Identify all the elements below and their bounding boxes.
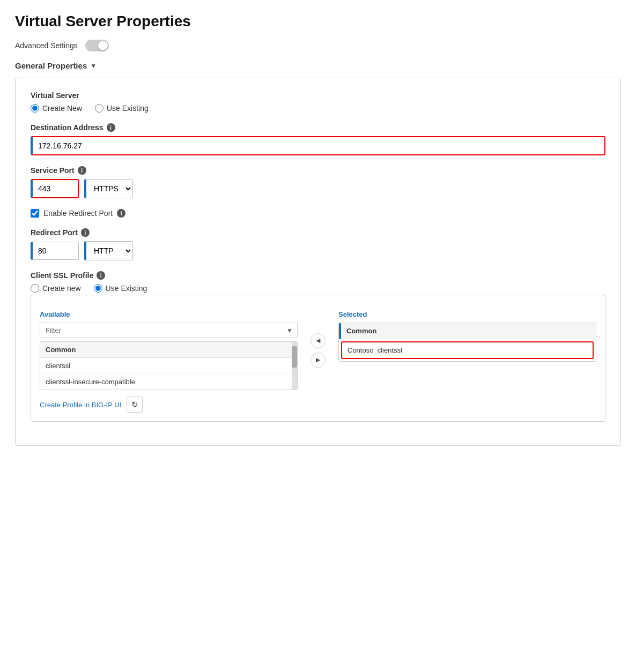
service-port-label: Service Port i xyxy=(31,166,605,175)
virtual-server-radio-row: Create New Use Existing xyxy=(31,104,605,113)
filter-row: ▼ xyxy=(40,323,298,338)
redirect-port-label: Redirect Port i xyxy=(31,228,605,237)
ssl-selected-column: Selected Common Contoso_clientssl xyxy=(338,310,596,390)
service-port-input[interactable] xyxy=(31,179,79,198)
enable-redirect-port-checkbox[interactable] xyxy=(31,209,39,218)
transfer-right-button[interactable]: ▶ xyxy=(310,353,326,368)
redirect-port-info-icon[interactable]: i xyxy=(81,228,90,237)
ssl-use-existing-option[interactable]: Use Existing xyxy=(94,284,147,293)
redirect-protocol-select[interactable]: HTTP HTTPS FTP xyxy=(86,242,132,260)
available-scrollbar-thumb xyxy=(292,346,297,368)
ssl-use-existing-radio[interactable] xyxy=(94,284,102,293)
redirect-port-field: Redirect Port i HTTP HTTPS FTP xyxy=(31,228,605,260)
create-new-radio-option[interactable]: Create New xyxy=(31,104,82,113)
chevron-down-icon: ▼ xyxy=(90,62,97,70)
ssl-create-new-radio[interactable] xyxy=(31,284,39,293)
ssl-use-existing-label: Use Existing xyxy=(106,284,147,293)
create-new-radio[interactable] xyxy=(31,104,39,113)
destination-address-field: Destination Address i xyxy=(31,123,605,155)
general-properties-header[interactable]: General Properties ▼ xyxy=(15,61,621,70)
page-title: Virtual Server Properties xyxy=(15,13,621,30)
ssl-radio-row: Create new Use Existing xyxy=(31,284,605,293)
destination-address-info-icon[interactable]: i xyxy=(107,123,115,132)
general-properties-label: General Properties xyxy=(15,61,87,70)
create-profile-link[interactable]: Create Profile in BIG-IP UI xyxy=(40,401,121,409)
selected-list: Common Contoso_clientssl xyxy=(338,323,596,362)
client-ssl-profile-field: Client SSL Profile i Create new Use Exis… xyxy=(31,271,605,422)
enable-redirect-port-label: Enable Redirect Port xyxy=(43,209,113,218)
available-item-clientssl[interactable]: clientssl xyxy=(40,358,297,374)
available-group-header: Common xyxy=(40,342,297,358)
client-ssl-profile-label: Client SSL Profile i xyxy=(31,271,605,280)
selected-group-header: Common xyxy=(339,323,596,339)
selected-group-name: Common xyxy=(346,327,376,335)
ssl-create-new-label: Create new xyxy=(42,284,81,293)
available-list: Common clientssl clientssl-insecure-comp… xyxy=(40,341,298,390)
enable-redirect-info-icon[interactable]: i xyxy=(117,209,125,218)
service-port-info-icon[interactable]: i xyxy=(78,166,86,175)
selected-item-label: Contoso_clientssl xyxy=(347,346,402,354)
destination-address-input[interactable] xyxy=(31,136,605,155)
refresh-button[interactable]: ↻ xyxy=(127,397,143,413)
virtual-server-field: Virtual Server Create New Use Existing xyxy=(31,91,605,113)
service-protocol-select-wrap: HTTPS HTTP FTP SSH xyxy=(84,179,133,198)
available-item-clientssl-insecure[interactable]: clientssl-insecure-compatible xyxy=(40,374,297,390)
use-existing-radio-option[interactable]: Use Existing xyxy=(95,104,149,113)
ssl-available-column: Available ▼ Common clientssl xyxy=(40,310,298,390)
ssl-panel: Available ▼ Common clientssl xyxy=(31,295,605,422)
ssl-create-new-option[interactable]: Create new xyxy=(31,284,81,293)
available-group-name: Common xyxy=(46,346,76,354)
service-protocol-select[interactable]: HTTPS HTTP FTP SSH xyxy=(86,180,132,198)
use-existing-label: Use Existing xyxy=(107,104,149,113)
filter-icon: ▼ xyxy=(282,327,297,334)
service-port-row: HTTPS HTTP FTP SSH xyxy=(31,179,605,198)
ssl-available-label: Available xyxy=(40,310,298,318)
client-ssl-info-icon[interactable]: i xyxy=(97,271,105,280)
selected-item-contoso[interactable]: Contoso_clientssl xyxy=(341,341,594,359)
redirect-port-row: HTTP HTTPS FTP xyxy=(31,241,605,260)
advanced-settings-row: Advanced Settings xyxy=(15,40,621,51)
ssl-columns: Available ▼ Common clientssl xyxy=(40,310,596,390)
ssl-selected-label: Selected xyxy=(338,310,596,318)
filter-input[interactable] xyxy=(40,323,282,338)
advanced-settings-toggle[interactable] xyxy=(85,40,109,51)
use-existing-radio[interactable] xyxy=(95,104,103,113)
destination-address-input-wrap xyxy=(31,136,605,155)
main-panel: Virtual Server Create New Use Existing D… xyxy=(15,78,621,446)
advanced-settings-label: Advanced Settings xyxy=(15,41,78,50)
redirect-port-input[interactable] xyxy=(31,242,79,260)
create-new-label: Create New xyxy=(42,104,82,113)
destination-address-label: Destination Address i xyxy=(31,123,605,132)
redirect-protocol-select-wrap: HTTP HTTPS FTP xyxy=(84,241,133,260)
transfer-buttons: ◀ ▶ xyxy=(306,310,330,390)
ssl-footer: Create Profile in BIG-IP UI ↻ xyxy=(40,397,596,413)
enable-redirect-port-row: Enable Redirect Port i xyxy=(31,209,605,218)
service-port-field: Service Port i HTTPS HTTP FTP SSH xyxy=(31,166,605,198)
toggle-knob xyxy=(98,41,108,50)
transfer-left-button[interactable]: ◀ xyxy=(310,333,326,348)
available-scrollbar[interactable] xyxy=(292,342,297,390)
virtual-server-label: Virtual Server xyxy=(31,91,605,100)
